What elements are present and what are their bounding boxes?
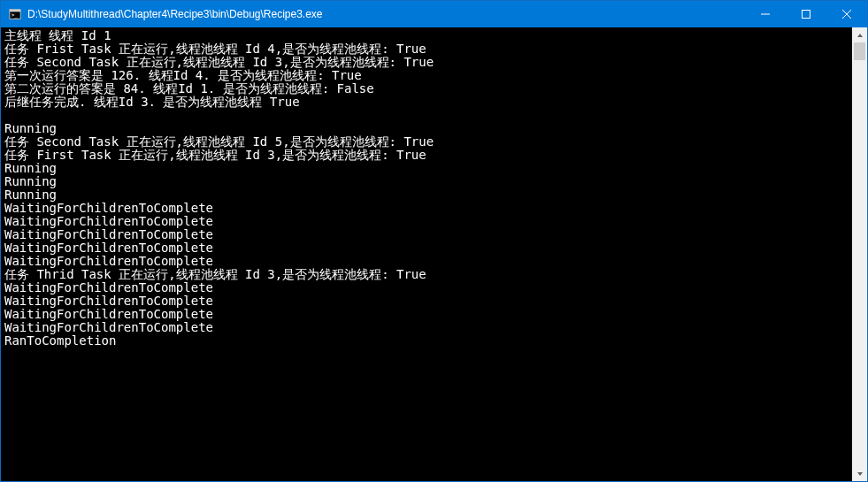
titlebar[interactable]: >_ D:\StudyMultithread\Chapter4\Recipe3\… [1, 1, 867, 27]
console-output[interactable]: 主线程 线程 Id 1 任务 Frist Task 正在运行,线程池线程 Id … [1, 27, 852, 481]
console-window: >_ D:\StudyMultithread\Chapter4\Recipe3\… [0, 0, 868, 482]
svg-marker-7 [857, 34, 863, 37]
svg-marker-8 [857, 472, 863, 476]
maximize-button[interactable] [786, 1, 826, 27]
app-icon: >_ [8, 7, 22, 21]
console-area: 主线程 线程 Id 1 任务 Frist Task 正在运行,线程池线程 Id … [1, 27, 867, 481]
scroll-track[interactable] [852, 42, 867, 466]
svg-text:>_: >_ [12, 11, 19, 19]
vertical-scrollbar[interactable] [852, 27, 867, 481]
close-button[interactable] [826, 1, 867, 27]
scroll-up-button[interactable] [852, 27, 867, 42]
window-title: D:\StudyMultithread\Chapter4\Recipe3\bin… [27, 8, 745, 20]
svg-rect-4 [803, 11, 810, 19]
window-controls [745, 1, 867, 27]
scroll-thumb[interactable] [854, 42, 865, 60]
scroll-down-button[interactable] [852, 466, 867, 481]
minimize-button[interactable] [745, 1, 786, 27]
